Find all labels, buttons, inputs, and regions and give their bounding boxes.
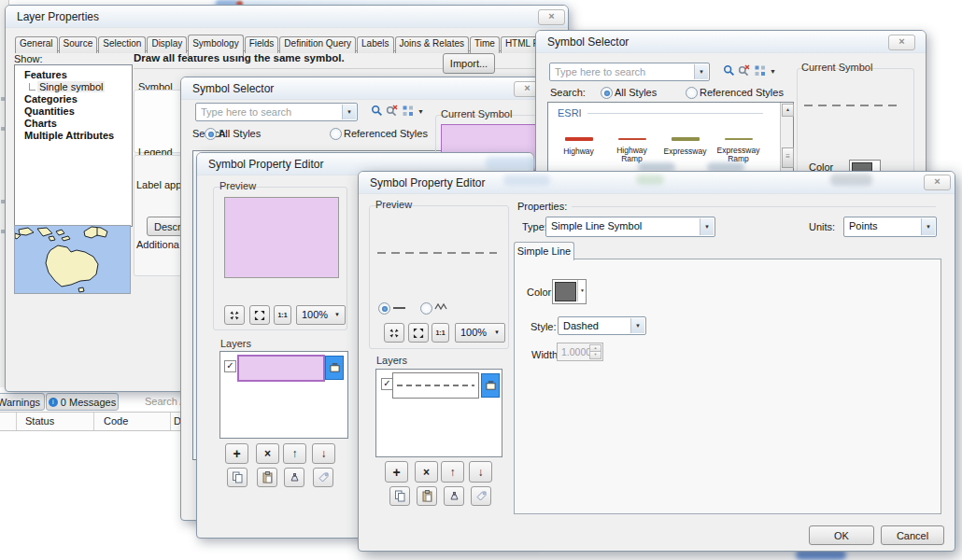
close-icon[interactable]: × xyxy=(924,175,951,190)
spin-down-icon[interactable]: ▼ xyxy=(589,351,601,359)
move-layer-down-button[interactable]: ↓ xyxy=(312,443,335,464)
tree-item-categories[interactable]: Categories xyxy=(24,93,78,105)
search-icon[interactable] xyxy=(723,64,735,77)
chevron-down-icon[interactable]: ▼ xyxy=(417,108,424,115)
tab-fields[interactable]: Fields xyxy=(245,36,279,53)
tree-item-charts[interactable]: Charts xyxy=(24,118,57,129)
tab-symbology[interactable]: Symbology xyxy=(188,35,243,56)
move-layer-up-button[interactable]: ↑ xyxy=(283,443,306,464)
tab-labels[interactable]: Labels xyxy=(357,36,393,53)
view-style-icon[interactable] xyxy=(755,65,766,77)
chevron-down-icon[interactable]: ▼ xyxy=(770,68,776,75)
width-spinner[interactable]: 1.0000 ▲ ▼ xyxy=(557,343,603,361)
all-styles-radio[interactable] xyxy=(205,128,217,140)
tab-time[interactable]: Time xyxy=(470,36,500,53)
paste-layer-button[interactable] xyxy=(257,468,277,487)
layer-properties-button[interactable] xyxy=(481,373,500,398)
clear-search-icon[interactable] xyxy=(386,105,398,117)
remove-layer-button[interactable]: × xyxy=(415,461,438,483)
layer-properties-titlebar[interactable]: Layer Properties xyxy=(6,6,568,28)
referenced-styles-radio[interactable] xyxy=(686,87,698,99)
ok-button[interactable]: OK xyxy=(809,525,874,545)
symbol-item-expressway-ramp[interactable]: Expressway Ramp xyxy=(712,127,765,163)
type-combo[interactable]: Simple Line Symbol ▼ xyxy=(545,217,715,237)
tab-selection[interactable]: Selection xyxy=(98,36,146,53)
chevron-down-icon[interactable]: ▼ xyxy=(694,64,708,79)
line-swatch xyxy=(672,137,700,141)
type-label: Type: xyxy=(522,221,547,232)
close-icon[interactable]: × xyxy=(888,35,915,50)
save-style-button[interactable] xyxy=(284,468,304,487)
tab-joins-relates[interactable]: Joins & Relates xyxy=(395,36,469,53)
search-combo[interactable]: Type here to search ▼ xyxy=(195,103,358,121)
import-button[interactable]: Import... xyxy=(443,53,495,74)
referenced-styles-radio[interactable] xyxy=(330,128,342,140)
zoom-fit-button[interactable] xyxy=(249,305,270,325)
layer-properties-button[interactable] xyxy=(325,356,344,380)
layers-list[interactable]: ✓ xyxy=(219,351,348,439)
zoom-one-to-one-button[interactable]: 1:1 xyxy=(274,305,291,325)
zoom-level-combo[interactable]: 100% ▼ xyxy=(296,305,346,325)
symbol-item-expressway[interactable]: Expressway xyxy=(658,127,712,163)
layer-visible-checkbox[interactable]: ✓ xyxy=(224,360,236,372)
view-style-icon[interactable] xyxy=(403,105,414,117)
tag-layer-button[interactable] xyxy=(313,468,333,487)
all-styles-radio[interactable] xyxy=(601,87,613,99)
search-icon[interactable] xyxy=(371,105,383,117)
cancel-button[interactable]: Cancel xyxy=(881,525,944,545)
layer-swatch[interactable] xyxy=(237,355,325,382)
tab-definition-query[interactable]: Definition Query xyxy=(279,36,356,53)
search-combo[interactable]: Type here to search ▼ xyxy=(549,63,710,81)
tab-display[interactable]: Display xyxy=(147,36,187,53)
units-combo[interactable]: Points ▼ xyxy=(843,217,937,237)
chevron-down-icon[interactable]: ▼ xyxy=(577,280,587,301)
paste-layer-button[interactable] xyxy=(417,486,437,506)
copy-layer-button[interactable] xyxy=(227,468,248,487)
move-layer-down-button[interactable]: ↓ xyxy=(469,461,492,483)
straight-line-radio[interactable] xyxy=(378,302,390,315)
move-layer-up-button[interactable]: ↑ xyxy=(441,461,464,483)
add-layer-button[interactable]: + xyxy=(225,443,248,464)
tag-layer-button[interactable] xyxy=(471,486,491,506)
column-header-status[interactable]: Status xyxy=(25,415,54,427)
color-label: Color: xyxy=(527,287,554,298)
remove-layer-button[interactable]: × xyxy=(256,443,279,464)
scroll-up-button[interactable]: ▲ xyxy=(782,104,794,117)
symbol-selector-front-titlebar[interactable]: Symbol Selector xyxy=(536,31,926,53)
line-color-button[interactable]: ▼ xyxy=(552,279,587,304)
zoom-reset-button[interactable] xyxy=(224,305,245,325)
tree-item-single-symbol[interactable]: Single symbol xyxy=(37,81,105,92)
zoom-reset-button[interactable] xyxy=(384,323,404,343)
tab-source[interactable]: Source xyxy=(59,36,98,53)
zigzag-line-radio[interactable] xyxy=(420,302,432,315)
style-combo[interactable]: Dashed ▼ xyxy=(558,316,646,335)
property-editor-front-titlebar[interactable]: Symbol Property Editor xyxy=(359,172,955,194)
tab-simple-line[interactable]: Simple Line xyxy=(514,242,574,260)
tree-item-multiple-attributes[interactable]: Multiple Attributes xyxy=(24,130,114,141)
clear-search-icon[interactable] xyxy=(738,64,750,77)
tree-item-quantities[interactable]: Quantities xyxy=(24,105,75,117)
chevron-down-icon[interactable]: ▼ xyxy=(700,218,714,235)
copy-layer-button[interactable] xyxy=(389,486,410,506)
symbol-item-highway[interactable]: Highway xyxy=(552,127,605,163)
layers-list[interactable]: ✓ xyxy=(375,369,502,457)
tab-general[interactable]: General xyxy=(15,36,58,53)
close-icon[interactable]: × xyxy=(538,9,565,25)
chevron-down-icon[interactable]: ▼ xyxy=(630,318,644,333)
column-header-code[interactable]: Code xyxy=(104,415,128,427)
symbol-item-highway-ramp[interactable]: Highway Ramp xyxy=(605,127,658,163)
add-layer-button[interactable]: + xyxy=(385,461,408,483)
chevron-down-icon[interactable]: ▼ xyxy=(921,218,935,235)
layer-swatch[interactable] xyxy=(392,372,479,399)
scroll-thumb[interactable]: ≡ xyxy=(782,147,794,168)
messages-tab[interactable]: i 0 Messages xyxy=(46,393,119,411)
zoom-level-combo[interactable]: 100% ▼ xyxy=(455,323,505,343)
chevron-down-icon[interactable]: ▼ xyxy=(342,105,356,119)
tree-item-features[interactable]: Features xyxy=(24,69,67,80)
warnings-tab[interactable]: Warnings xyxy=(0,393,45,411)
symbol-selector-back-titlebar[interactable]: Symbol Selector xyxy=(181,77,545,100)
save-style-button[interactable] xyxy=(444,486,464,506)
show-tree[interactable]: Features Single symbol Categories Quanti… xyxy=(14,64,133,227)
zoom-one-to-one-button[interactable]: 1:1 xyxy=(431,323,449,343)
zoom-fit-button[interactable] xyxy=(408,323,429,343)
